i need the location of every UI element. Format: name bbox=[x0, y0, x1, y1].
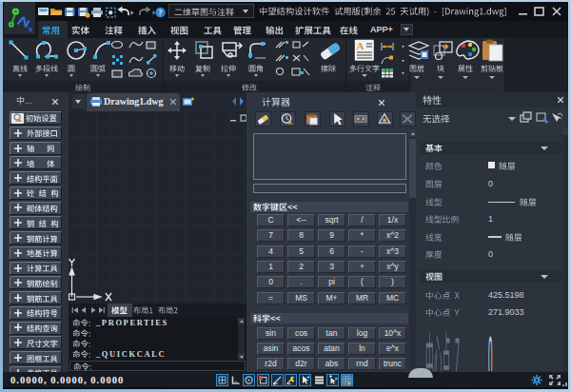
svg-text:?: ? bbox=[158, 8, 162, 17]
svg-text:A: A bbox=[357, 40, 364, 51]
svg-text:s: s bbox=[29, 25, 32, 32]
